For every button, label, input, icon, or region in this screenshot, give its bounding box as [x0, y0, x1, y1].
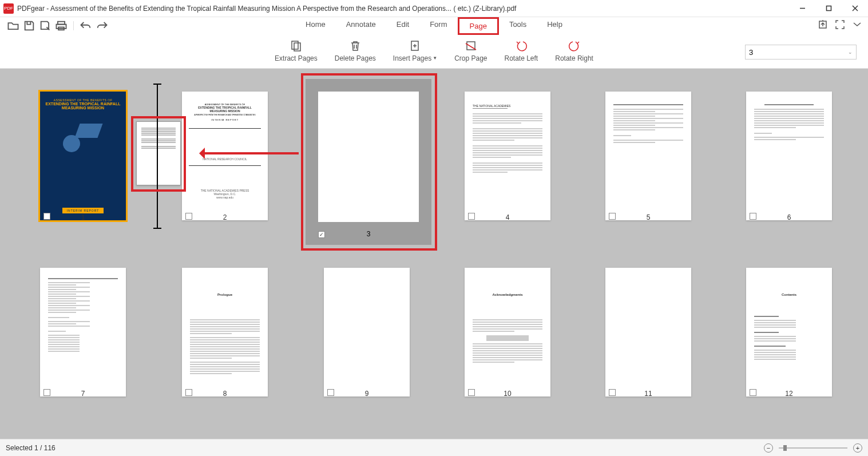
page-thumbnail-8[interactable]: Prologue: [182, 268, 268, 396]
insert-pages-button[interactable]: Insert Pages▼: [393, 39, 437, 62]
fullscreen-icon[interactable]: [835, 19, 845, 30]
page-checkbox-7[interactable]: [43, 389, 50, 396]
selection-count: Selected 1 / 116: [6, 444, 56, 452]
page-thumbnail-3-selected[interactable]: ✓ 3: [306, 79, 431, 245]
collapse-ribbon-icon[interactable]: [852, 19, 862, 30]
page-checkbox-4[interactable]: [468, 213, 475, 220]
page-thumbnail-10[interactable]: Acknowledgments: [465, 268, 550, 396]
caret-down-icon: ▼: [433, 55, 437, 61]
menu-help[interactable]: Help: [537, 17, 573, 35]
page-checkbox-2[interactable]: [185, 213, 192, 220]
page-ribbon: Extract Pages Delete Pages Insert Pages▼…: [0, 34, 868, 69]
page-thumbnail-4[interactable]: THE NATIONAL ACADEMIES: [465, 92, 550, 220]
chevron-down-icon: ⌄: [848, 49, 853, 55]
extract-pages-button[interactable]: Extract Pages: [275, 39, 318, 62]
menu-page[interactable]: Page: [458, 17, 499, 35]
page-checkbox-9[interactable]: [327, 389, 334, 396]
menu-tools[interactable]: Tools: [499, 17, 537, 35]
svg-rect-5: [56, 25, 66, 29]
open-icon[interactable]: [7, 19, 19, 32]
menu-edit[interactable]: Edit: [386, 17, 419, 35]
menu-annotate[interactable]: Annotate: [336, 17, 386, 35]
status-bar: Selected 1 / 116 − +: [0, 439, 868, 456]
page-thumbnail-11[interactable]: [605, 268, 691, 396]
page-checkbox-10[interactable]: [468, 389, 475, 396]
page-thumbnail-1[interactable]: ASSESSMENT OF THE BENEFITS OF EXTENDING …: [40, 92, 126, 220]
satellite-graphic: [57, 118, 109, 169]
svg-rect-8: [292, 41, 298, 49]
title-bar: PDF PDFgear - Assessment of the Benefits…: [0, 0, 868, 17]
share-icon[interactable]: [818, 19, 828, 30]
redo-icon[interactable]: [96, 19, 108, 32]
svg-rect-9: [294, 43, 300, 51]
page-checkbox-8[interactable]: [185, 389, 192, 396]
close-button[interactable]: [842, 0, 868, 17]
insert-position-marker: [157, 84, 158, 229]
thumbnail-grid[interactable]: ASSESSMENT OF THE BENEFITS OF EXTENDING …: [0, 69, 868, 439]
page-thumbnail-12[interactable]: Contents: [746, 268, 832, 396]
window-title: PDFgear - Assessment of the Benefits of …: [17, 5, 789, 13]
page-checkbox-5[interactable]: [609, 213, 616, 220]
page-checkbox-1[interactable]: [43, 213, 50, 220]
menu-home[interactable]: Home: [295, 17, 336, 35]
page-checkbox-6[interactable]: [750, 213, 756, 220]
zoom-out-button[interactable]: −: [764, 443, 773, 453]
separator: [73, 21, 74, 30]
page-number-input[interactable]: 3 ⌄: [745, 45, 857, 60]
rotate-left-button[interactable]: Rotate Left: [505, 39, 538, 62]
page-checkbox-11[interactable]: [609, 389, 616, 396]
save-icon[interactable]: [23, 19, 35, 32]
menu-form[interactable]: Form: [419, 17, 457, 35]
crop-page-button[interactable]: Crop Page: [454, 39, 487, 62]
drag-ghost-thumbnail: [136, 121, 181, 185]
page-thumbnail-9[interactable]: [324, 268, 410, 396]
undo-icon[interactable]: [80, 19, 92, 32]
page-thumbnail-5[interactable]: [605, 92, 691, 220]
save-as-icon[interactable]: [39, 19, 51, 32]
delete-pages-button[interactable]: Delete Pages: [335, 39, 376, 62]
app-icon: PDF: [3, 3, 14, 14]
zoom-slider[interactable]: [779, 447, 847, 449]
minimize-button[interactable]: [789, 0, 815, 17]
page-checkbox-3[interactable]: ✓: [318, 231, 325, 238]
print-icon[interactable]: [55, 19, 68, 32]
page-thumbnail-6[interactable]: [746, 92, 832, 220]
maximize-button[interactable]: [815, 0, 842, 17]
svg-rect-1: [826, 6, 831, 11]
rotate-right-button[interactable]: Rotate Right: [555, 39, 593, 62]
page-checkbox-12[interactable]: [750, 389, 756, 396]
zoom-in-button[interactable]: +: [853, 443, 862, 453]
page-thumbnail-7[interactable]: [40, 268, 126, 396]
annotation-arrow: [201, 152, 299, 154]
